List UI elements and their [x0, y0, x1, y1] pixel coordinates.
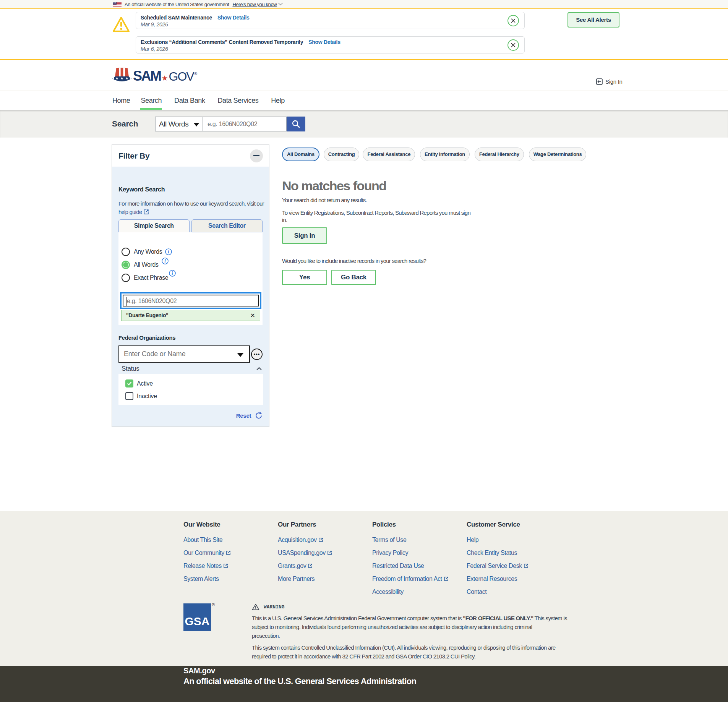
svg-text:i: i — [164, 258, 166, 264]
svg-text:i: i — [172, 271, 173, 276]
svg-text:i: i — [168, 249, 170, 255]
